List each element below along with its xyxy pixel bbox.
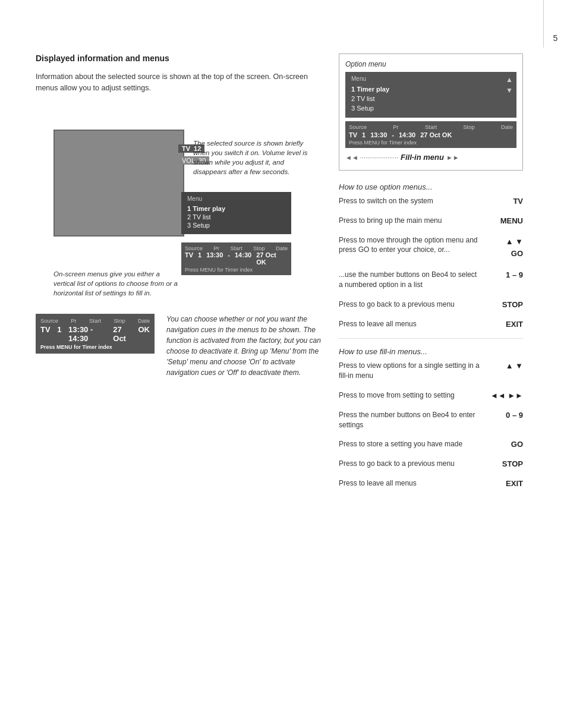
dashes-right: ►► bbox=[446, 154, 459, 161]
how-to-row-1: Press to bring up the main menu MENU bbox=[339, 216, 523, 226]
fillin-example-hint: Press MENU for Timer index bbox=[40, 344, 150, 350]
option-menu-box: Option menu Menu 1 Timer play 2 TV list … bbox=[339, 53, 523, 171]
fbr-hint: Press MENU for Timer index bbox=[349, 140, 513, 146]
how-to-key-1: MENU bbox=[487, 216, 523, 225]
fillin-example-headers: Source Pr Start Stop Date bbox=[40, 317, 150, 324]
intro-text: Information about the selected source is… bbox=[36, 71, 321, 94]
how-to-option-title: How to use option menus... bbox=[339, 182, 523, 191]
how-to-key-2: ▲ ▼GO bbox=[487, 235, 523, 261]
how-to-key-5: EXIT bbox=[487, 319, 523, 329]
how-to-desc-5: Press to leave all menus bbox=[339, 319, 487, 329]
how-to-fi-desc-1: Press to move from setting to setting bbox=[339, 390, 487, 401]
tv-source-text: TV bbox=[182, 145, 190, 152]
om-item-2: 3 Setup bbox=[351, 103, 511, 113]
menu-box: Menu 1 Timer play 2 TV list 3 Setup bbox=[181, 192, 291, 234]
how-to-fi-key-2: 0 – 9 bbox=[487, 410, 523, 420]
how-to-key-3: 1 – 9 bbox=[487, 270, 523, 279]
how-to-fi-row-2: Press the number buttons on Beo4 to ente… bbox=[339, 410, 523, 430]
menu-item-2: 3 Setup bbox=[187, 221, 285, 229]
option-menu-inner: Menu 1 Timer play 2 TV list 3 Setup ▲ ▼ bbox=[345, 72, 516, 118]
italic-body: You can choose whether or not you want t… bbox=[166, 314, 321, 378]
how-to-fillin-title: How to use fill-in menus... bbox=[339, 347, 523, 356]
tv-display-area: TV 12 VOL 30 The selected source is show… bbox=[36, 112, 321, 278]
option-menu-label: Option menu bbox=[345, 60, 516, 68]
second-section: Source Pr Start Stop Date TV 1 13:30 - 1… bbox=[36, 314, 321, 378]
how-to-fi-key-1: ◄◄ ►► bbox=[487, 390, 523, 400]
how-to-fi-key-3: GO bbox=[487, 439, 523, 449]
how-to-fi-row-4: Press to go back to a previous menu STOP bbox=[339, 459, 523, 469]
how-to-option-menus: How to use option menus... Press to swit… bbox=[339, 182, 523, 489]
how-to-fi-desc-3: Press to store a setting you have made bbox=[339, 439, 487, 449]
how-to-fi-desc-0: Press to view options for a single setti… bbox=[339, 361, 487, 381]
onscreen-caption: On-screen menus give you either a vertic… bbox=[53, 269, 178, 298]
page-content: Displayed information and menus Informat… bbox=[0, 0, 567, 522]
fillin-bar-right: Source Pr Start Stop Date TV 1 13:30 - 1… bbox=[345, 121, 516, 148]
how-to-row-2: Press to move through the option menu an… bbox=[339, 235, 523, 261]
source-caption: The selected source is shown briefly whe… bbox=[193, 138, 312, 177]
how-to-divider bbox=[339, 338, 523, 339]
fillin-bar: Source Pr Start Stop Date TV 1 13:30 - 1… bbox=[181, 242, 291, 275]
om-scroll: ▲ ▼ bbox=[506, 75, 513, 94]
how-to-desc-1: Press to bring up the main menu bbox=[339, 216, 487, 226]
how-to-fi-key-5: EXIT bbox=[487, 478, 523, 488]
how-to-fi-row-3: Press to store a setting you have made G… bbox=[339, 439, 523, 449]
fillin-menu-row: ◄◄ ····················· Fill-in menu ►► bbox=[345, 150, 516, 164]
how-to-row-4: Press to go back to a previous menu STOP bbox=[339, 300, 523, 310]
om-title: Menu bbox=[351, 75, 511, 82]
how-to-row-0: Press to switch on the system TV bbox=[339, 196, 523, 206]
how-to-desc-3: ...use the number buttons on Beo4 to sel… bbox=[339, 270, 487, 290]
how-to-row-5: Press to leave all menus EXIT bbox=[339, 319, 523, 329]
how-to-row-3: ...use the number buttons on Beo4 to sel… bbox=[339, 270, 523, 290]
how-to-fi-desc-4: Press to go back to a previous menu bbox=[339, 459, 487, 469]
how-to-desc-4: Press to go back to a previous menu bbox=[339, 300, 487, 310]
menu-box-title: Menu bbox=[187, 196, 285, 202]
fillin-hint: Press MENU for Timer index bbox=[185, 267, 288, 273]
how-to-fi-desc-2: Press the number buttons on Beo4 to ente… bbox=[339, 410, 487, 430]
om-item-1: 2 TV list bbox=[351, 94, 511, 103]
how-to-desc-0: Press to switch on the system bbox=[339, 196, 487, 206]
scroll-down-icon: ▼ bbox=[506, 86, 513, 94]
how-to-key-0: TV bbox=[487, 196, 523, 206]
scroll-up-icon: ▲ bbox=[506, 75, 513, 84]
fillin-example-values: TV 1 13:30 - 14:30 27 Oct OK bbox=[40, 325, 150, 343]
left-column: Displayed information and menus Informat… bbox=[36, 53, 321, 498]
fillin-values: TV 1 13:30 - 14:30 27 Oct OK bbox=[185, 251, 288, 266]
tv-screen bbox=[53, 130, 184, 237]
how-to-fi-row-0: Press to view options for a single setti… bbox=[339, 361, 523, 381]
page-number-bar: 5 bbox=[543, 0, 567, 48]
section-title: Displayed information and menus bbox=[36, 53, 321, 63]
how-to-fi-key-4: STOP bbox=[487, 459, 523, 468]
fillin-example: Source Pr Start Stop Date TV 1 13:30 - 1… bbox=[36, 314, 155, 354]
fillin-menu-label: Fill-in menu bbox=[401, 153, 444, 162]
menu-item-1: 2 TV list bbox=[187, 213, 285, 221]
dashes-left: ◄◄ ····················· bbox=[345, 154, 398, 161]
how-to-fi-row-5: Press to leave all menus EXIT bbox=[339, 478, 523, 489]
fbr-values: TV 1 13:30 - 14:30 27 Oct OK bbox=[349, 131, 513, 138]
how-to-fi-desc-5: Press to leave all menus bbox=[339, 478, 487, 489]
how-to-key-4: STOP bbox=[487, 300, 523, 309]
page-number: 5 bbox=[553, 33, 558, 43]
fbr-headers: Source Pr Start Stop Date bbox=[349, 124, 513, 130]
menu-item-0: 1 Timer play bbox=[187, 204, 285, 213]
om-item-0: 1 Timer play bbox=[351, 84, 511, 94]
how-to-desc-2: Press to move through the option menu an… bbox=[339, 235, 487, 256]
how-to-fi-row-1: Press to move from setting to setting ◄◄… bbox=[339, 390, 523, 401]
right-column: Option menu Menu 1 Timer play 2 TV list … bbox=[339, 53, 543, 498]
fillin-headers: Source Pr Start Stop Date bbox=[185, 245, 288, 251]
how-to-fi-key-0: ▲ ▼ bbox=[487, 361, 523, 370]
